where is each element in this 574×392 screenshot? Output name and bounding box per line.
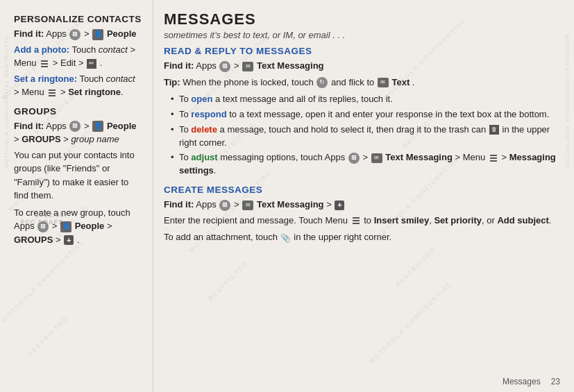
messages-title: MESSAGES xyxy=(164,10,560,28)
messages-subtitle: sometimes it’s best to text, or IM, or e… xyxy=(164,30,560,40)
bullet-respond: To respond to a text message, open it an… xyxy=(171,108,560,121)
groups-period: . xyxy=(77,235,80,245)
create-attachment-line: To add an attachment, touch 📎 in the upp… xyxy=(164,230,560,244)
apps-icon-6: ⊞ xyxy=(219,200,230,211)
tip-text-label: Text xyxy=(391,77,410,87)
menu-icon-4 xyxy=(351,216,361,225)
personalize-find-line: Find it: Apps ⊞ > 👤 People xyxy=(14,27,142,41)
ringtone-line: Set a ringtone: Touch contact > Menu > S… xyxy=(14,72,142,99)
groups-body1: You can put your contacts into groups (l… xyxy=(14,148,142,203)
tip-flick: and flick to xyxy=(331,77,377,87)
right-column: MESSAGES sometimes it’s best to text, or… xyxy=(153,0,574,392)
personalize-heading: PERSONALIZE CONTACTS xyxy=(14,14,142,24)
groups-heading: GROUPS xyxy=(14,106,142,117)
bullet-delete-action: delete xyxy=(191,124,217,135)
bullet-open: To open a text message and all of its re… xyxy=(171,93,560,106)
create-find-line: Find it: Apps ⊞ > ✉ Text Messaging > + xyxy=(164,198,560,212)
tip-text: When the phone is locked, touch xyxy=(183,77,316,87)
set-priority: Set priority xyxy=(434,215,482,225)
find-people-text: People xyxy=(107,28,137,39)
groups-find-label: Find it: xyxy=(14,121,44,131)
adjust-settings: Messaging settings xyxy=(179,152,556,176)
add-photo-period: . xyxy=(100,58,103,68)
create-find-gt: > xyxy=(326,199,334,210)
add-photo-edit: > Edit > xyxy=(53,58,86,68)
page-footer: Messages 23 xyxy=(503,377,560,386)
bullet-open-action: open xyxy=(191,94,212,104)
read-find-apps: Apps xyxy=(196,60,219,71)
read-find-label: Find it: xyxy=(164,60,194,71)
text-msg-icon-4: ✉ xyxy=(242,201,253,210)
groups-people: People xyxy=(75,221,105,231)
add-photo-line: Add a photo: Touch contact > Menu > Edit… xyxy=(14,43,142,70)
tip-box: Tip: When the phone is locked, touch ↻ a… xyxy=(164,76,560,90)
ringtone-value: > Set ringtone. xyxy=(60,87,124,97)
trash-icon: 🗑 xyxy=(489,125,499,135)
ringtone-label: Set a ringtone: xyxy=(14,74,77,84)
tip-label: Tip: xyxy=(164,77,180,87)
find-sep1: > xyxy=(84,28,92,39)
menu-icon xyxy=(40,59,49,69)
text-msg-icon-2: ✉ xyxy=(378,78,389,87)
text-msg-icon-3: ✉ xyxy=(371,153,382,163)
person-icon-3: 👤 xyxy=(60,221,71,232)
create-find-label: Find it: xyxy=(164,199,194,210)
create-body1: Enter the recipient and message. Touch M… xyxy=(164,214,560,228)
apps-icon-4: ⊞ xyxy=(219,61,230,72)
person-icon: 👤 xyxy=(92,29,103,40)
read-find-sep: > xyxy=(234,60,242,71)
insert-smiley: Insert smiley xyxy=(374,215,430,225)
person-icon-2: 👤 xyxy=(92,121,103,132)
groups-section: GROUPS Find it: Apps ⊞ > 👤 People > GROU… xyxy=(14,106,142,247)
bullet-respond-action: respond xyxy=(191,109,226,119)
groups-find-sep: > xyxy=(84,121,92,131)
create-find-sep: > xyxy=(234,199,242,210)
read-find-messaging: Text Messaging xyxy=(257,60,324,71)
apps-icon: ⊞ xyxy=(69,29,81,40)
edit-icon: ✏ xyxy=(87,59,96,69)
add-subject: Add subject xyxy=(497,215,548,225)
find-apps-text: Apps xyxy=(46,28,69,39)
text-msg-icon: ✉ xyxy=(242,62,253,71)
plus-icon-2: + xyxy=(335,201,344,210)
groups-create-line: To create a new group, touch Apps ⊞ > 👤 … xyxy=(14,206,142,247)
bullet-delete: To delete a message, touch and hold to s… xyxy=(171,123,560,150)
bullets-list: To open a text message and all of its re… xyxy=(171,93,560,178)
tip-period: . xyxy=(412,77,415,87)
arrow-icon: ↻ xyxy=(316,77,328,88)
read-find-line: Find it: Apps ⊞ > ✉ Text Messaging xyxy=(164,59,560,73)
find-label: Find it: xyxy=(14,28,44,39)
menu-icon-2 xyxy=(47,88,57,98)
create-messages-heading: CREATE MESSAGES xyxy=(164,185,560,195)
bullet-adjust-action: adjust xyxy=(191,152,217,162)
create-find-apps: Apps xyxy=(196,199,219,210)
menu-icon-3 xyxy=(489,153,498,163)
footer-label: Messages xyxy=(503,377,541,386)
bullet-adjust: To adjust messaging options, touch Apps … xyxy=(171,151,560,178)
apps-icon-2: ⊞ xyxy=(69,121,81,132)
adjust-messaging: Text Messaging xyxy=(385,152,453,162)
paperclip-icon: 📎 xyxy=(281,233,291,243)
add-photo-label: Add a photo: xyxy=(14,44,69,55)
apps-icon-5: ⊞ xyxy=(348,153,360,164)
apps-icon-3: ⊞ xyxy=(37,221,49,232)
footer-page: 23 xyxy=(551,377,560,386)
create-find-messaging: Text Messaging xyxy=(257,199,324,210)
groups-find-line: Find it: Apps ⊞ > 👤 People > GROUPS > gr… xyxy=(14,119,142,146)
plus-icon: + xyxy=(64,235,74,245)
left-column: PERSONALIZE CONTACTS Find it: Apps ⊞ > 👤… xyxy=(0,0,153,392)
read-reply-heading: READ & REPLY TO MESSAGES xyxy=(164,46,560,56)
page-container: PERSONALIZE CONTACTS Find it: Apps ⊞ > 👤… xyxy=(0,0,574,392)
groups-find-apps: Apps xyxy=(46,121,69,131)
